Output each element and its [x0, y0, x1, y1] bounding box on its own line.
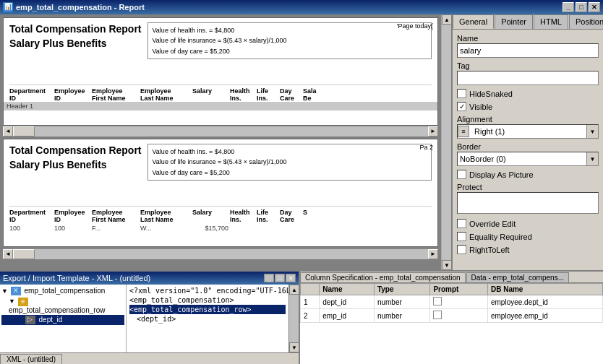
align-right-icon: ≡ — [458, 126, 469, 137]
tree-root-icon: X — [11, 287, 21, 295]
scroll-up-btn[interactable]: ▲ — [442, 14, 451, 25]
title-bar: 📊 emp_total_compensation - Report _ □ ✕ — [0, 0, 603, 14]
xml-maximize-btn[interactable]: □ — [275, 274, 285, 282]
name-input[interactable] — [457, 43, 599, 58]
xml-minimize-btn[interactable]: _ — [264, 274, 274, 282]
xml-vscroll[interactable]: ▲ ▼ — [288, 285, 299, 352]
alignment-label: Alignment — [457, 115, 599, 124]
name-label: Name — [457, 34, 599, 43]
report-title-1: Total Compensation Report Salary Plus Be… — [9, 22, 142, 51]
border-value: NoBorder (0) — [458, 154, 586, 164]
xml-scroll-down[interactable]: ▼ — [289, 342, 299, 352]
col-emp-id: EmployeeID — [54, 87, 90, 102]
tab-position[interactable]: Position — [569, 14, 603, 29]
scroll-left-btn[interactable]: ◄ — [3, 126, 13, 136]
tree-row-icon: e — [18, 298, 28, 306]
close-button[interactable]: ✕ — [589, 2, 600, 12]
top-h-scrollbar[interactable]: ◄ ► — [3, 126, 438, 136]
tab-pointer[interactable]: Pointer — [495, 14, 533, 29]
colspec-tab-2[interactable]: Data - emp_total_compens... — [466, 272, 569, 282]
col-life: LifeIns. — [257, 87, 278, 102]
header-band-1: Header 1 — [4, 102, 437, 110]
tree-item-root[interactable]: ▼ X emp_total_compensation — [1, 286, 124, 296]
vertical-scrollbar[interactable]: ▲ ▼ — [441, 14, 451, 270]
col-salary: Salary — [192, 87, 228, 102]
display-as-picture-checkbox[interactable] — [457, 170, 466, 179]
property-tabs: General Pointer HTML Position E — [453, 14, 603, 30]
col-emp-last: EmployeeLast Name — [140, 87, 191, 102]
bottom-scroll-right-btn[interactable]: ► — [428, 249, 438, 259]
hide-snaked-label: HideSnaked — [469, 90, 513, 98]
scroll-right-btn[interactable]: ► — [428, 126, 438, 136]
report-page-1: Total Compensation Report Salary Plus Be… — [0, 14, 441, 126]
xml-line-2: <emp_total_compensation> — [129, 295, 286, 305]
xml-titlebar: Export / Import Template - XML - (untitl… — [0, 272, 299, 285]
xml-bottom-tabs: XML - (untitled) — [0, 352, 299, 364]
alignment-select[interactable]: ≡ Right (1) ▼ — [457, 124, 599, 139]
col-day: DayCare — [280, 87, 302, 102]
scroll-down-btn[interactable]: ▼ — [442, 260, 451, 270]
protect-label: Protect — [457, 183, 599, 191]
report-page-2: Total Compensation Report Salary Plus Be… — [0, 136, 441, 247]
colspec-tab-1[interactable]: Column Specification - emp_total_compens… — [300, 272, 466, 282]
col-dept: DepartmentID — [9, 87, 53, 102]
page-number-2: Pa 2 — [419, 144, 433, 151]
report-info-box-1: Value of health ins. = $4,800 Value of l… — [147, 22, 432, 59]
xml-line-1: <?xml version="1.0" encoding="UTF-16LE" … — [129, 286, 286, 295]
override-edit-checkbox[interactable] — [457, 219, 466, 228]
right-to-left-label: RightToLeft — [469, 246, 510, 254]
right-to-left-checkbox[interactable] — [457, 245, 466, 254]
col-emp-first: EmployeeFirst Name — [92, 87, 139, 102]
col-header-num — [301, 284, 320, 295]
xml-tree: ▼ X emp_total_compensation ▼ e emp_total… — [0, 285, 127, 352]
tab-general[interactable]: General — [453, 14, 494, 29]
tree-item-row[interactable]: ▼ e emp_total_compensation_row — [1, 296, 124, 314]
xml-close-btn[interactable]: ✕ — [286, 274, 296, 282]
tree-item-dept[interactable]: ▷ dept_id — [1, 315, 124, 325]
col-header-type: Type — [374, 284, 430, 295]
data-row: 100100F...W...$15,700 — [9, 225, 432, 232]
col-header-dbname: DB Name — [487, 284, 602, 295]
display-as-picture-label: Display As Picture — [469, 170, 534, 179]
page-number-1: 'Page today( — [397, 22, 433, 30]
app-icon: 📊 — [3, 2, 13, 12]
tag-input[interactable] — [457, 71, 599, 85]
column-headers-1: DepartmentID EmployeeID EmployeeFirst Na… — [9, 84, 432, 102]
border-select[interactable]: NoBorder (0) ▼ — [457, 152, 599, 166]
xml-scroll-up[interactable]: ▲ — [289, 285, 299, 295]
column-headers-2: DepartmentID EmployeeID EmployeeFirst Na… — [9, 206, 432, 223]
protect-input[interactable] — [457, 192, 599, 214]
equality-required-label: Equality Required — [469, 233, 532, 241]
xml-text-content: <?xml version="1.0" encoding="UTF-16LE" … — [127, 285, 288, 352]
col-header-name: Name — [320, 284, 375, 295]
border-label: Border — [457, 142, 599, 151]
xml-tab[interactable]: XML - (untitled) — [0, 354, 62, 364]
bottom-h-scrollbar[interactable]: ◄ ► — [3, 248, 438, 259]
bottom-scroll-left-btn[interactable]: ◄ — [3, 249, 13, 259]
col-sal-ben: SalaBe — [303, 87, 332, 102]
equality-required-checkbox[interactable] — [457, 232, 466, 241]
column-spec-table: Name Type Prompt DB Name 1 dept_id numbe… — [300, 283, 603, 364]
override-edit-label: Override Edit — [469, 220, 516, 228]
xml-panel-title: Export / Import Template - XML - (untitl… — [3, 274, 150, 282]
colspec-tabs: Column Specification - emp_total_compens… — [300, 272, 603, 283]
report-title-2: Total Compensation Report Salary Plus Be… — [9, 144, 142, 172]
report-info-box-2: Value of health ins. = $4,800 Value of l… — [147, 144, 432, 181]
col-health: HealthIns. — [230, 87, 255, 102]
alignment-dropdown-arrow[interactable]: ▼ — [586, 125, 598, 138]
scroll-thumb[interactable] — [13, 126, 35, 136]
table-row: 1 dept_id number employee.dept_id — [301, 295, 603, 309]
tree-dept-icon: ▷ — [25, 316, 35, 324]
bottom-scroll-thumb[interactable] — [13, 249, 35, 259]
border-dropdown-arrow[interactable]: ▼ — [586, 152, 598, 165]
minimize-button[interactable]: _ — [563, 2, 574, 12]
visible-label: Visible — [469, 103, 492, 111]
xml-line-3: <emp_total_compensation_row> — [129, 305, 286, 314]
tab-html[interactable]: HTML — [534, 14, 568, 29]
maximize-button[interactable]: □ — [576, 2, 587, 12]
visible-checkbox[interactable]: ✓ — [457, 102, 466, 111]
table-row: 2 emp_id number employee.emp_id — [301, 309, 603, 323]
hide-snaked-checkbox[interactable] — [457, 89, 466, 98]
window-title: emp_total_compensation - Report — [16, 3, 145, 12]
tag-label: Tag — [457, 61, 599, 70]
